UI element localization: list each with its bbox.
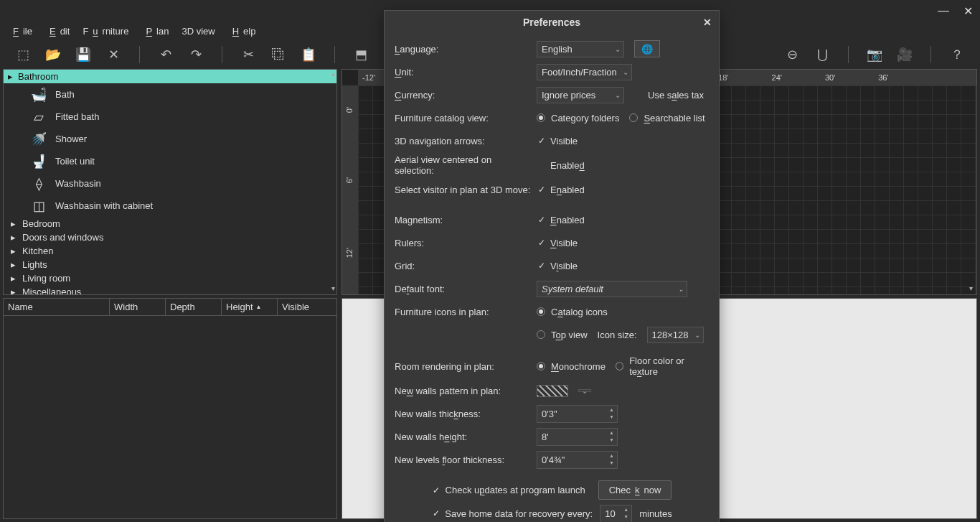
chevron-down-icon: ⌄ [623, 68, 628, 76]
toilet-icon: 🚽 [31, 154, 47, 169]
spin-up-icon[interactable]: ▲ [621, 506, 631, 513]
rulers-checkbox[interactable]: ✓Visible [537, 238, 578, 248]
recovery-minutes-input[interactable]: ▲▼ [600, 505, 632, 523]
check-now-button[interactable]: Check now [598, 480, 672, 500]
cut-icon[interactable]: ✂ [241, 47, 255, 62]
menu-plan[interactable]: Plan [137, 23, 173, 39]
walls-thickness-input[interactable]: ▲▼ [537, 405, 618, 423]
monochrome-radio[interactable]: Monochrome [537, 361, 606, 372]
menu-file[interactable]: File [4, 23, 37, 39]
photo-icon[interactable]: 📷 [867, 47, 882, 62]
language-label: Language: [395, 44, 531, 55]
walls-height-input[interactable]: ▲▼ [537, 428, 618, 446]
spin-down-icon[interactable]: ▼ [606, 460, 617, 467]
input-value[interactable] [537, 452, 606, 468]
save-recovery-checkbox[interactable]: ✓Save home data for recovery every: [431, 508, 593, 519]
new-icon[interactable]: ⬚ [16, 47, 30, 62]
spin-down-icon[interactable]: ▼ [606, 437, 617, 444]
check-icon: ✓ [431, 509, 440, 518]
catalog-item-washbasin-cabinet[interactable]: ◫ Washbasin with cabinet [4, 195, 336, 217]
save-icon[interactable]: 💾 [76, 47, 90, 62]
magnet-icon[interactable]: ⋃ [815, 47, 829, 62]
undo-icon[interactable]: ↶ [159, 47, 173, 62]
minimize-button[interactable]: — [938, 6, 948, 16]
searchable-list-radio[interactable]: Searchable list [629, 113, 705, 123]
top-view-radio[interactable]: Top view [537, 330, 588, 340]
catalog-item-shower[interactable]: 🚿 Shower [4, 128, 336, 150]
paste-icon[interactable]: 📋 [301, 47, 316, 62]
col-visible[interactable]: Visible [278, 299, 336, 315]
scroll-down-button[interactable]: ▾ [329, 284, 336, 294]
menu-3d-view[interactable]: 3D view [177, 23, 219, 39]
select-visitor-checkbox[interactable]: ✓Enabled [537, 185, 585, 195]
spin-up-icon[interactable]: ▲ [606, 429, 617, 437]
unit-select[interactable]: Foot/Inch/Fraction⌄ [537, 64, 632, 80]
language-select[interactable]: English⌄ [537, 41, 624, 57]
col-name[interactable]: Name [4, 299, 110, 315]
col-height[interactable]: Height▲ [222, 299, 278, 315]
catalog-item-bath[interactable]: 🛁 Bath [4, 83, 336, 106]
icon-size-select[interactable]: 128×128⌄ [647, 327, 704, 343]
scroll-up-button[interactable]: ▴ [329, 70, 336, 80]
spin-up-icon[interactable]: ▲ [606, 406, 617, 414]
catalog-category-living[interactable]: ▸Living room [4, 271, 336, 285]
arrow-right-icon: ▸ [11, 259, 18, 270]
radio-label: Top view [551, 330, 588, 340]
catalog-icons-radio[interactable]: Catalog icons [537, 307, 608, 317]
font-select[interactable]: System default⌄ [537, 281, 687, 297]
ruler-tick: 12' [345, 248, 354, 258]
preferences-icon[interactable]: ✕ [106, 47, 121, 62]
spin-down-icon[interactable]: ▼ [621, 513, 631, 521]
floor-thickness-input[interactable]: ▲▼ [537, 451, 618, 469]
chevron-down-icon: ⌄ [582, 387, 588, 395]
sales-tax-checkbox[interactable]: Use sales tax [634, 90, 704, 101]
input-value[interactable] [537, 429, 606, 445]
scroll-handle[interactable]: ▾ [969, 284, 976, 294]
check-updates-checkbox[interactable]: ✓Check updates at program launch [432, 485, 585, 495]
radio-on-icon [537, 307, 545, 316]
checkbox-label: Enabled [550, 215, 585, 225]
icons-plan-label: Furniture icons in plan: [395, 307, 531, 317]
grid-checkbox[interactable]: ✓Visible [537, 261, 578, 271]
redo-icon[interactable]: ↷ [189, 47, 203, 62]
catalog-category-misc[interactable]: ▸Miscellaneous [4, 285, 336, 295]
open-icon[interactable]: 📂 [46, 47, 60, 62]
catalog-category-bathroom[interactable]: ▸ Bathroom [4, 70, 336, 83]
spin-down-icon[interactable]: ▼ [606, 414, 617, 421]
menu-edit[interactable]: Edit [41, 23, 74, 39]
catalog-category-bedroom[interactable]: ▸Bedroom [4, 217, 336, 230]
category-folders-radio[interactable]: Category folders [537, 113, 619, 123]
language-settings-button[interactable]: 🌐 [634, 40, 660, 57]
aerial-checkbox[interactable]: Enabled [537, 160, 585, 171]
video-icon[interactable]: 🎥 [897, 47, 912, 62]
nav-arrows-checkbox[interactable]: ✓Visible [537, 136, 578, 146]
zoom-out-icon[interactable]: ⊖ [785, 47, 799, 62]
spin-up-icon[interactable]: ▲ [606, 452, 617, 460]
catalog-category-doors[interactable]: ▸Doors and windows [4, 230, 336, 244]
menu-help[interactable]: Help [224, 23, 260, 39]
pattern-select[interactable]: ⌄ [578, 389, 591, 392]
window-close-button[interactable]: ✕ [963, 6, 973, 16]
check-icon: ✓ [432, 485, 441, 495]
currency-select[interactable]: Ignore prices⌄ [537, 87, 624, 103]
col-width[interactable]: Width [110, 299, 166, 315]
add-furniture-icon[interactable]: ⬒ [354, 47, 368, 62]
help-icon[interactable]: ？ [950, 47, 964, 62]
input-value[interactable] [537, 406, 606, 422]
catalog-category-kitchen[interactable]: ▸Kitchen [4, 244, 336, 258]
menu-furniture[interactable]: Furniture [78, 23, 133, 39]
catalog-item-toilet[interactable]: 🚽 Toilet unit [4, 150, 336, 172]
catalog-category-lights[interactable]: ▸Lights [4, 258, 336, 271]
category-label: Lights [22, 259, 47, 270]
washbasin-icon: ⟠ [31, 176, 47, 192]
dialog-title-bar[interactable]: Preferences ✕ [385, 11, 719, 34]
catalog-item-fitted-bath[interactable]: ▱ Fitted bath [4, 106, 336, 128]
shower-icon: 🚿 [31, 131, 47, 147]
dialog-close-button[interactable]: ✕ [703, 17, 712, 28]
floor-color-radio[interactable]: Floor color or texture [616, 355, 709, 377]
magnetism-checkbox[interactable]: ✓Enabled [537, 215, 585, 225]
input-value[interactable] [600, 505, 621, 522]
copy-icon[interactable]: ⿻ [271, 47, 286, 62]
col-depth[interactable]: Depth [166, 299, 222, 315]
catalog-item-washbasin[interactable]: ⟠ Washbasin [4, 172, 336, 195]
